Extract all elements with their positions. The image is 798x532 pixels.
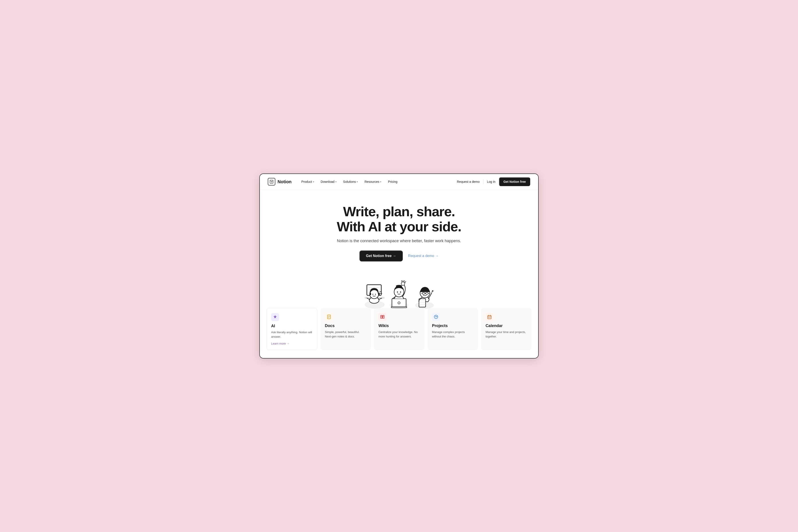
nav-download[interactable]: Download ▾ <box>318 178 339 185</box>
feature-desc-calendar: Manage your time and projects, together. <box>485 330 527 339</box>
feature-card-docs: Docs Simple, powerful, beautiful. Next-g… <box>320 308 371 350</box>
hero-illustration <box>260 266 538 310</box>
nav-get-notion-free-button[interactable]: Get Notion free <box>499 177 530 186</box>
nav-solutions[interactable]: Solutions ▾ <box>340 178 361 185</box>
chevron-icon: ▾ <box>313 180 314 183</box>
svg-rect-12 <box>378 293 380 295</box>
svg-rect-51 <box>383 315 384 318</box>
feature-title-wikis: Wikis <box>378 323 420 328</box>
projects-icon <box>432 313 440 321</box>
feature-learn-more-ai[interactable]: Learn more → <box>271 342 290 345</box>
nav-logo-text: Notion <box>278 179 292 184</box>
svg-rect-63 <box>490 317 490 318</box>
chevron-icon: ▾ <box>357 180 358 183</box>
hero-request-demo-link[interactable]: Request a demo → <box>408 254 439 258</box>
svg-point-30 <box>397 291 398 293</box>
feature-desc-projects: Manage complex projects without the chao… <box>432 330 474 339</box>
feature-card-projects: Projects Manage complex projects without… <box>428 308 478 350</box>
feature-cards: AI Ask literally anything. Notion will a… <box>260 308 538 358</box>
svg-rect-62 <box>488 317 489 318</box>
svg-point-13 <box>372 294 373 295</box>
nav-resources[interactable]: Resources ▾ <box>362 178 384 185</box>
feature-desc-ai: Ask literally anything. Notion will answ… <box>271 330 313 339</box>
nav-login[interactable]: Log in <box>487 180 496 184</box>
browser-window: Notion Product ▾ Download ▾ Solutions ▾ … <box>259 173 539 359</box>
feature-title-calendar: Calendar <box>485 323 527 328</box>
feature-desc-wikis: Centralize your knowledge. No more hunti… <box>378 330 420 339</box>
svg-rect-50 <box>381 315 382 318</box>
svg-rect-18 <box>392 299 406 307</box>
hero-title: Write, plan, share. With AI at your side… <box>269 204 529 234</box>
svg-rect-58 <box>488 316 491 319</box>
svg-point-14 <box>375 294 376 295</box>
nav-request-demo[interactable]: Request a demo <box>457 180 480 184</box>
nav-logo[interactable]: Notion <box>268 178 292 186</box>
hero-get-notion-free-button[interactable]: Get Notion free → <box>359 250 403 262</box>
svg-point-24 <box>401 282 405 285</box>
feature-title-projects: Projects <box>432 323 474 328</box>
nav-product[interactable]: Product ▾ <box>299 178 317 185</box>
navbar: Notion Product ▾ Download ▾ Solutions ▾ … <box>260 174 538 190</box>
svg-line-26 <box>404 281 405 282</box>
svg-line-27 <box>405 281 406 283</box>
chevron-icon: ▾ <box>380 180 381 183</box>
feature-card-wikis: Wikis Centralize your knowledge. No more… <box>374 308 425 350</box>
feature-title-docs: Docs <box>325 323 367 328</box>
chevron-icon: ▾ <box>335 180 336 183</box>
hero-actions: Get Notion free → Request a demo → <box>269 250 529 262</box>
svg-point-31 <box>400 291 401 293</box>
feature-desc-docs: Simple, powerful, beautiful. Next-gen no… <box>325 330 367 339</box>
notion-icon <box>268 178 275 186</box>
nav-pricing[interactable]: Pricing <box>385 178 400 185</box>
feature-card-calendar: Calendar Manage your time and projects, … <box>481 308 532 350</box>
calendar-icon <box>485 313 494 321</box>
nav-right: Request a demo Log in Get Notion free <box>457 177 530 186</box>
wikis-icon <box>378 313 386 321</box>
docs-icon <box>325 313 333 321</box>
hero-section: Write, plan, share. With AI at your side… <box>260 190 538 262</box>
svg-rect-34 <box>419 299 426 307</box>
ai-icon <box>271 313 279 321</box>
svg-line-28 <box>402 281 402 282</box>
svg-rect-0 <box>270 180 273 183</box>
svg-point-32 <box>396 285 402 287</box>
hero-subtitle: Notion is the connected workspace where … <box>269 239 529 243</box>
feature-title-ai: AI <box>271 324 313 328</box>
svg-point-57 <box>435 317 437 317</box>
nav-links: Product ▾ Download ▾ Solutions ▾ Resourc… <box>299 178 457 185</box>
svg-rect-11 <box>370 293 371 295</box>
svg-rect-20 <box>391 307 407 308</box>
feature-card-ai: AI Ask literally anything. Notion will a… <box>266 308 317 350</box>
